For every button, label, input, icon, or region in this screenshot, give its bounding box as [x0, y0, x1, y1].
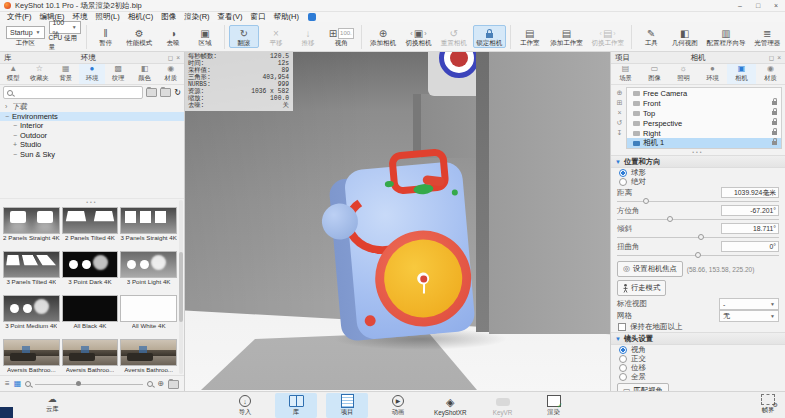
import-asset-icon[interactable]: ⊕: [157, 379, 164, 389]
menu-item-9[interactable]: 帮助(H): [270, 12, 303, 22]
library-tab-1[interactable]: ☆收藏夹: [26, 64, 52, 84]
env-thumbnail-0[interactable]: 2 Panels Straight 4K: [3, 207, 60, 249]
undock-icon[interactable]: ◻: [769, 54, 774, 62]
bottom-import-button[interactable]: ↓导入: [224, 393, 266, 418]
standard-view-dropdown[interactable]: - ▼: [719, 298, 779, 310]
project-tab-2[interactable]: ☼照明: [669, 64, 698, 84]
env-thumbnail-11[interactable]: Aversis Bathroo...: [120, 339, 177, 375]
toolbar-button-13[interactable]: 锁定相机: [473, 25, 506, 48]
spherical-radio[interactable]: [619, 169, 627, 177]
absolute-radio[interactable]: [619, 178, 627, 186]
toolbar-button-8[interactable]: ↓推移: [293, 25, 323, 48]
env-thumbnail-4[interactable]: 3 Point Dark 4K: [62, 251, 119, 293]
library-scrollbar[interactable]: [179, 200, 183, 374]
zoom-out-icon[interactable]: [25, 381, 31, 387]
expander-icon[interactable]: −: [13, 151, 20, 158]
param-value-field[interactable]: 0°: [721, 241, 779, 252]
bottom-keyvr-button[interactable]: KeyVR: [482, 393, 524, 418]
lens-radio-3[interactable]: [619, 373, 627, 381]
cloud-library-button[interactable]: ☁ 云库: [46, 394, 59, 414]
expander-icon[interactable]: −: [13, 132, 20, 139]
expander-icon[interactable]: ›: [5, 103, 12, 110]
close-panel-icon[interactable]: ×: [176, 54, 180, 61]
expander-icon[interactable]: +: [13, 141, 20, 148]
refresh-library-icon[interactable]: ↻: [174, 88, 181, 97]
env-thumbnail-1[interactable]: 2 Panels Tilted 4K: [62, 207, 119, 249]
delete-camera-icon[interactable]: ×: [617, 109, 621, 116]
library-tab-6[interactable]: ◉材质: [158, 64, 184, 84]
env-thumbnail-7[interactable]: All Black 4K: [62, 295, 119, 337]
toolbar-button-7[interactable]: ×平移: [261, 25, 291, 48]
env-thumbnail-10[interactable]: Aversis Bathroo...: [62, 339, 119, 375]
env-thumbnail-6[interactable]: 3 Point Medium 4K: [3, 295, 60, 337]
toolbar-button-15[interactable]: ▤添加工作室: [547, 25, 586, 48]
lens-radio-2[interactable]: [619, 364, 627, 372]
param-slider[interactable]: [617, 216, 779, 222]
menu-item-5[interactable]: 图像: [157, 12, 180, 22]
param-value-field[interactable]: -67.201°: [721, 205, 779, 216]
library-tab-4[interactable]: ▩纹理: [105, 64, 131, 84]
slider-handle[interactable]: [643, 198, 649, 204]
minimize-button[interactable]: –: [731, 0, 749, 12]
grid-view-icon[interactable]: ▦: [14, 379, 22, 389]
toolbar-button-3[interactable]: ⚙性能模式: [123, 25, 156, 48]
toolbar-button-4[interactable]: ◑去噪: [158, 25, 188, 48]
list-view-icon[interactable]: ≡: [5, 379, 10, 389]
library-tab-0[interactable]: ▲模型: [0, 64, 26, 84]
bottom-keyshotxr-button[interactable]: ◈KeyShotXR: [428, 393, 473, 418]
toolbar-button-17[interactable]: ✎工具: [636, 25, 666, 48]
undock-icon[interactable]: ◻: [168, 54, 173, 62]
slider-handle[interactable]: [667, 216, 673, 222]
param-value-field[interactable]: 18.711°: [721, 223, 779, 234]
camera-row-3[interactable]: Perspective: [627, 118, 781, 128]
toolbar-button-18[interactable]: ◧几何视图: [668, 25, 701, 48]
camera-row-4[interactable]: Right: [627, 128, 781, 138]
walk-mode-button[interactable]: 行走模式: [617, 280, 666, 296]
toolbar-button-6[interactable]: ↻翻滚: [229, 25, 259, 48]
tree-item-3[interactable]: −Outdoor: [0, 131, 184, 141]
close-button[interactable]: ×: [767, 0, 785, 12]
cpu-usage-dropdown[interactable]: 100 %▼: [49, 21, 81, 34]
lens-section-header[interactable]: ▼ 镜头设置: [611, 332, 785, 345]
grid-dropdown[interactable]: 无 ▼: [719, 310, 779, 322]
param-slider[interactable]: [617, 198, 779, 204]
toolbar-button-20[interactable]: ≣光管理器: [751, 25, 784, 48]
bottom-render-button[interactable]: 渲染: [533, 393, 575, 418]
menu-item-3[interactable]: 照明(L): [92, 12, 124, 22]
menu-item-8[interactable]: 窗口: [247, 12, 270, 22]
close-panel-icon[interactable]: ×: [777, 54, 781, 61]
thumbnail-size-slider[interactable]: [35, 384, 143, 385]
expander-icon[interactable]: −: [13, 122, 20, 129]
param-slider[interactable]: [617, 234, 779, 240]
lens-radio-1[interactable]: [619, 355, 627, 363]
position-section-header[interactable]: ▼ 位置和方向: [611, 155, 785, 168]
keep-above-ground-checkbox[interactable]: [618, 323, 626, 331]
add-camera-icon[interactable]: ⊕: [617, 89, 623, 96]
search-input[interactable]: [3, 86, 143, 99]
project-tab-1[interactable]: ▭图像: [640, 64, 669, 84]
project-tab-4[interactable]: ▣相机: [727, 64, 756, 84]
toolbar-button-14[interactable]: ▤工作室: [515, 25, 545, 48]
workspace-dropdown[interactable]: Startup▼: [6, 26, 45, 39]
param-slider[interactable]: [617, 252, 779, 258]
maximize-button[interactable]: □: [749, 0, 767, 12]
camera-row-0[interactable]: Free Camera: [627, 88, 781, 98]
frame-settings-button[interactable]: 帧界: [761, 394, 775, 415]
toolbar-button-9[interactable]: ⊞100.视角: [325, 25, 358, 48]
toolbar-button-16[interactable]: ‹▤›切换工作室: [588, 25, 627, 48]
bottom-animation-button[interactable]: ▶动画: [377, 393, 419, 418]
reset-camera-icon[interactable]: ↺: [617, 119, 623, 126]
camera-row-5[interactable]: 相机 1: [627, 138, 781, 148]
camera-row-1[interactable]: Front: [627, 98, 781, 108]
set-camera-focus-button[interactable]: ◎ 设置相机焦点: [617, 261, 683, 277]
save-camera-icon[interactable]: ↧: [617, 129, 623, 136]
toolbar-button-10[interactable]: ⊕添加相机: [366, 25, 399, 48]
toolbar-button-2[interactable]: ‖暂停: [91, 25, 121, 48]
bottom-project-button[interactable]: 项目: [326, 393, 368, 418]
add-folder-icon[interactable]: [146, 88, 157, 97]
tree-item-2[interactable]: −Interior: [0, 121, 184, 131]
menu-item-7[interactable]: 查看(V): [214, 12, 247, 22]
duplicate-camera-icon[interactable]: ⊞: [617, 99, 623, 106]
menu-item-0[interactable]: 文件(F): [3, 12, 36, 22]
project-tab-5[interactable]: ◉材质: [756, 64, 785, 84]
